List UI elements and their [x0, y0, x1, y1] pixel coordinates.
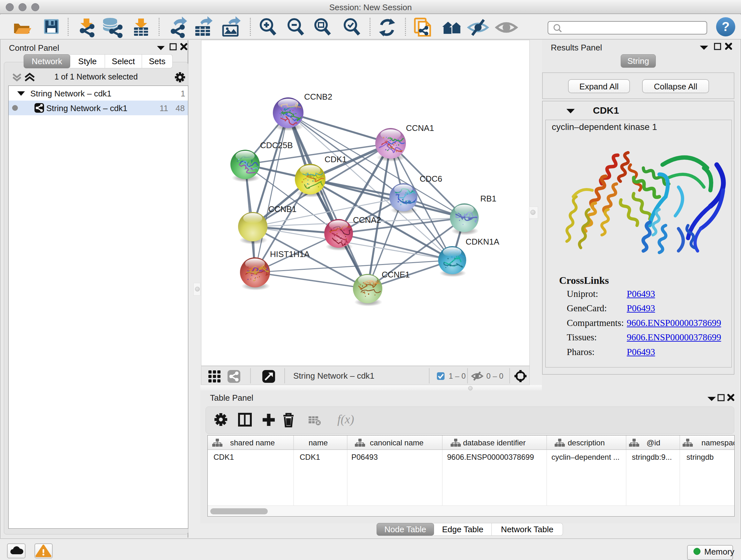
svg-text:f(x): f(x)	[337, 413, 354, 426]
svg-text:CCNE1: CCNE1	[382, 270, 410, 279]
svg-text:HIST1H1A: HIST1H1A	[270, 249, 310, 259]
svg-text:CCNB2: CCNB2	[304, 92, 332, 102]
svg-text:CCNA2: CCNA2	[353, 215, 381, 225]
svg-text:RB1: RB1	[480, 194, 496, 203]
svg-text:CCNA1: CCNA1	[406, 123, 434, 133]
svg-text:CDC6: CDC6	[420, 174, 442, 184]
svg-text:CDC25B: CDC25B	[260, 140, 293, 150]
svg-text:1 – 0: 1 – 0	[449, 372, 466, 380]
svg-text:CDKN1A: CDKN1A	[466, 237, 499, 246]
svg-text:CCNB1: CCNB1	[268, 204, 296, 214]
svg-text:CDK1: CDK1	[325, 154, 347, 164]
svg-text:0 – 0: 0 – 0	[486, 372, 503, 380]
svg-text:String Network – cdk1: String Network – cdk1	[293, 371, 374, 381]
